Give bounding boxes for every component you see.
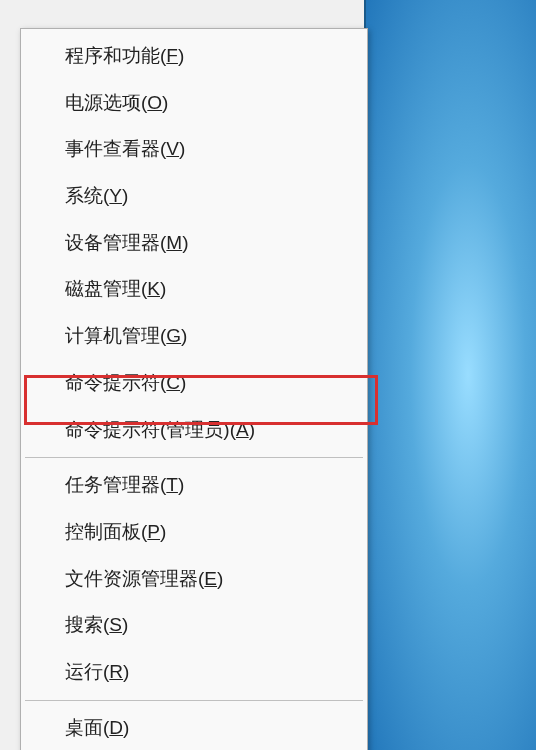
menu-separator [25, 457, 363, 458]
menu-item-label: 控制面板 [65, 521, 141, 542]
menu-item-mnemonic: M [166, 232, 182, 253]
menu-item-mnemonic: K [147, 278, 160, 299]
menu-item-mnemonic: E [204, 568, 217, 589]
menu-run[interactable]: 运行(R) [23, 649, 365, 696]
menu-command-prompt[interactable]: 命令提示符(C) [23, 360, 365, 407]
menu-item-label: 命令提示符 [65, 372, 160, 393]
menu-item-label: 程序和功能 [65, 45, 160, 66]
menu-system[interactable]: 系统(Y) [23, 173, 365, 220]
menu-search[interactable]: 搜索(S) [23, 602, 365, 649]
menu-item-label: 任务管理器 [65, 474, 160, 495]
menu-item-mnemonic: O [147, 92, 162, 113]
menu-item-mnemonic: P [147, 521, 160, 542]
menu-event-viewer[interactable]: 事件查看器(V) [23, 126, 365, 173]
menu-item-label: 事件查看器 [65, 138, 160, 159]
menu-item-mnemonic: A [236, 419, 249, 440]
menu-programs-features[interactable]: 程序和功能(F) [23, 33, 365, 80]
menu-item-mnemonic: F [166, 45, 178, 66]
menu-item-label: 系统 [65, 185, 103, 206]
menu-item-mnemonic: T [166, 474, 178, 495]
desktop-background [364, 0, 536, 750]
menu-item-mnemonic: Y [109, 185, 122, 206]
menu-file-explorer[interactable]: 文件资源管理器(E) [23, 556, 365, 603]
menu-item-label: 电源选项 [65, 92, 141, 113]
menu-command-prompt-admin[interactable]: 命令提示符(管理员)(A) [23, 407, 365, 454]
menu-power-options[interactable]: 电源选项(O) [23, 80, 365, 127]
menu-item-label: 设备管理器 [65, 232, 160, 253]
menu-item-mnemonic: R [109, 661, 123, 682]
menu-disk-management[interactable]: 磁盘管理(K) [23, 266, 365, 313]
menu-item-mnemonic: D [109, 717, 123, 738]
menu-item-mnemonic: C [166, 372, 180, 393]
menu-control-panel[interactable]: 控制面板(P) [23, 509, 365, 556]
menu-desktop[interactable]: 桌面(D) [23, 705, 365, 750]
menu-item-label: 文件资源管理器 [65, 568, 198, 589]
menu-item-label: 桌面 [65, 717, 103, 738]
menu-item-label: 运行 [65, 661, 103, 682]
menu-device-manager[interactable]: 设备管理器(M) [23, 220, 365, 267]
menu-item-label: 命令提示符(管理员) [65, 419, 230, 440]
menu-item-mnemonic: G [166, 325, 181, 346]
menu-item-mnemonic: V [166, 138, 179, 159]
winx-context-menu: 程序和功能(F)电源选项(O)事件查看器(V)系统(Y)设备管理器(M)磁盘管理… [20, 28, 368, 750]
menu-item-label: 搜索 [65, 614, 103, 635]
menu-item-label: 计算机管理 [65, 325, 160, 346]
menu-separator [25, 700, 363, 701]
menu-computer-management[interactable]: 计算机管理(G) [23, 313, 365, 360]
menu-task-manager[interactable]: 任务管理器(T) [23, 462, 365, 509]
menu-item-mnemonic: S [109, 614, 122, 635]
menu-item-label: 磁盘管理 [65, 278, 141, 299]
